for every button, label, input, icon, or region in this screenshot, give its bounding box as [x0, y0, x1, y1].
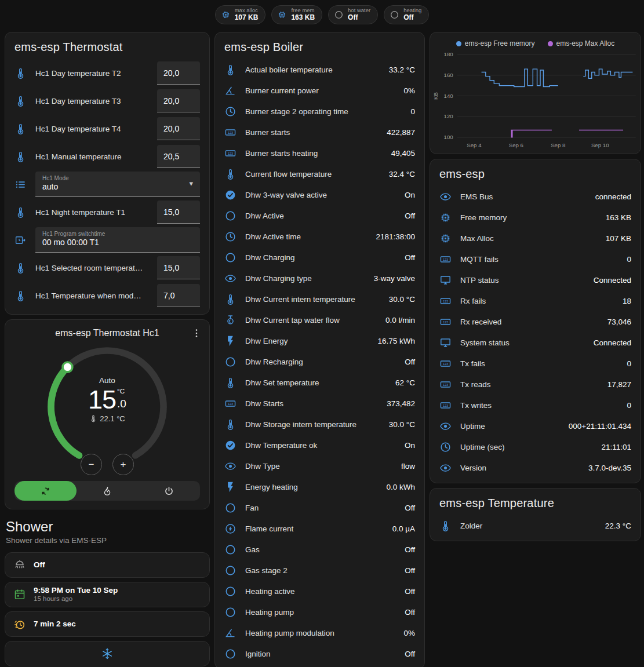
entity-row[interactable]: Flame current 0.0 µA: [215, 518, 424, 539]
entity-row[interactable]: 123 MQTT fails 0: [430, 249, 641, 269]
number-input[interactable]: 20,5: [157, 145, 200, 168]
chip-value: Off: [403, 14, 421, 21]
hvac-mode-button[interactable]: [14, 481, 77, 501]
entity-name: Fan: [245, 504, 399, 512]
entity-row[interactable]: 123 Tx writes 0: [430, 395, 641, 415]
thermostat-settings-card: ems-esp Thermostat Hc1 Day temperature T…: [5, 32, 210, 315]
entity-row[interactable]: Gas Off: [215, 539, 424, 560]
legend-item[interactable]: ems-esp Free memory: [456, 39, 535, 48]
number-input[interactable]: 20,0: [157, 117, 200, 140]
entity-row[interactable]: Dhw 3-way valve active On: [215, 184, 424, 205]
entity-row[interactable]: 123 Burner starts 422,887: [215, 122, 424, 143]
entity-row[interactable]: Hc1 Selected room temperat… 15,0: [5, 254, 209, 282]
entity-row[interactable]: 123 Rx received 73,046: [430, 311, 641, 332]
entity-row[interactable]: Dhw Charging type 3-way valve: [215, 268, 424, 289]
entity-row[interactable]: Burner current power 0%: [215, 80, 424, 101]
entity-row[interactable]: Hc1 Day temperature T4 20,0: [5, 115, 209, 143]
entity-row[interactable]: Dhw Storage intern temperature 30.0 °C: [215, 414, 424, 435]
number-input[interactable]: 20,0: [157, 61, 200, 85]
hvac-mode-button[interactable]: [77, 481, 139, 501]
entity-name: Dhw Energy: [245, 337, 372, 345]
number-input[interactable]: 7,0: [157, 284, 200, 307]
entity-row[interactable]: Heating pump modulation 0%: [215, 622, 424, 643]
svg-text:123: 123: [443, 258, 448, 261]
entity-row[interactable]: Free memory 163 KB: [430, 207, 641, 228]
number-input[interactable]: 15,0: [157, 256, 200, 279]
entity-row[interactable]: Dhw Recharging Off: [215, 351, 424, 372]
entity-row[interactable]: Uptime (sec) 21:11:01: [430, 436, 641, 457]
entity-row[interactable]: Hc1 Temperature when mod… 7,0: [5, 282, 209, 309]
entity-row[interactable]: Gas stage 2 Off: [215, 560, 424, 581]
number-value: 20,0: [163, 96, 179, 105]
circle-icon: [224, 210, 237, 222]
entity-row[interactable]: EMS Bus connected: [430, 186, 641, 207]
program-switchtime-field[interactable]: Hc1 Program switchtime 00 mo 00:00 T1: [35, 227, 200, 253]
thermometer-icon: [224, 64, 237, 76]
entity-row[interactable]: System status Connected: [430, 332, 641, 353]
temp-stepper: − +: [40, 454, 174, 475]
cold-water-card[interactable]: [5, 641, 210, 666]
number-value: 15,0: [163, 263, 179, 272]
entity-row[interactable]: Current flow temperature 32.4 °C: [215, 163, 424, 184]
entity-row[interactable]: NTP status Connected: [430, 269, 641, 290]
entity-row[interactable]: Uptime 000+21:11:01.434: [430, 415, 641, 436]
number-input[interactable]: 15,0: [157, 201, 200, 224]
thermostat-dial[interactable]: Auto 15 °C .0 22.1 °C − +: [40, 340, 174, 474]
entity-row[interactable]: Zolder 22.3 °C: [430, 515, 641, 536]
entity-row[interactable]: Hc1 Day temperature T2 20,0: [5, 59, 209, 87]
entity-row[interactable]: Dhw Active Off: [215, 205, 424, 226]
current-temperature: 22.1 °C: [89, 414, 125, 423]
entity-row[interactable]: 123 Dhw Starts 373,482: [215, 393, 424, 414]
entity-row[interactable]: Burner stage 2 operating time 0: [215, 101, 424, 122]
entity-name: Dhw Type: [245, 462, 395, 471]
entity-row[interactable]: Dhw Current intern temperature 30.0 °C: [215, 289, 424, 309]
entity-row[interactable]: 123 Tx fails 0: [430, 353, 641, 374]
number-value: 20,0: [163, 124, 179, 133]
mode-select[interactable]: Hc1 Mode auto ▾: [35, 172, 200, 197]
entity-row[interactable]: 123 Burner starts heating 49,405: [215, 143, 424, 163]
entity-row[interactable]: Heating pump Off: [215, 602, 424, 622]
shower-status-card[interactable]: 7 min 2 sec: [5, 611, 210, 637]
number-input[interactable]: 20,0: [157, 89, 200, 112]
status-text: Off: [34, 560, 45, 570]
shower-status-card[interactable]: Off: [5, 552, 210, 578]
svg-text:123: 123: [443, 404, 448, 407]
entity-row[interactable]: Energy heating 0.0 kWh: [215, 476, 424, 497]
field-label: Hc1 Program switchtime: [42, 231, 193, 237]
entity-row[interactable]: 123 Rx fails 18: [430, 290, 641, 311]
entity-row[interactable]: Hc1 Day temperature T3 20,0: [5, 87, 209, 115]
entity-row[interactable]: Ignition Off: [215, 643, 424, 664]
counter-icon: 123: [439, 378, 452, 391]
dots-vertical-icon[interactable]: [191, 327, 202, 339]
entity-row[interactable]: Dhw Type flow: [215, 455, 424, 476]
entity-row[interactable]: Dhw Current tap water flow 0.0 l/min: [215, 309, 424, 330]
entity-row[interactable]: Dhw Temperature ok On: [215, 435, 424, 455]
header-chip[interactable]: heating Off: [384, 5, 429, 24]
entity-row[interactable]: Max Alloc 107 KB: [430, 228, 641, 249]
entity-row[interactable]: Hc1 Manual temperature 20,5: [5, 143, 209, 170]
entity-row[interactable]: Dhw Energy 16.75 kWh: [215, 330, 424, 351]
header-chip[interactable]: free mem 163 KB: [271, 5, 322, 24]
number-value: 15,0: [163, 207, 179, 217]
entity-row[interactable]: Version 3.7.0-dev.35: [430, 457, 641, 478]
card-title: ems-esp Thermostat: [5, 32, 209, 59]
entity-row[interactable]: Heating active Off: [215, 581, 424, 602]
legend-item[interactable]: ems-esp Max Alloc: [548, 39, 615, 48]
entity-row[interactable]: Dhw Active time 2181:38:00: [215, 226, 424, 247]
entity-row[interactable]: Actual boiler temperature 33.2 °C: [215, 59, 424, 80]
hvac-mode-button[interactable]: [138, 481, 200, 501]
decrease-temp-button[interactable]: −: [81, 454, 102, 475]
entity-row[interactable]: Fan Off: [215, 497, 424, 518]
system-card: ems-esp EMS Bus connected Free memory 16…: [430, 159, 641, 483]
increase-temp-button[interactable]: +: [112, 454, 134, 475]
header-chip[interactable]: max alloc 107 KB: [215, 5, 266, 24]
entity-row[interactable]: Dhw Set temperature 62 °C: [215, 372, 424, 393]
entity-row[interactable]: Dhw Charging Off: [215, 247, 424, 268]
header-chip[interactable]: hot water Off: [328, 5, 378, 24]
chip-text: hot water Off: [348, 8, 370, 21]
shower-subtitle: Shower details via EMS-ESP: [6, 536, 209, 545]
entity-value: 30.0 °C: [389, 295, 415, 304]
entity-row[interactable]: Hc1 Night temperature T1 15,0: [5, 198, 209, 226]
entity-row[interactable]: 123 Tx reads 17,827: [430, 374, 641, 395]
shower-status-card[interactable]: 9:58 PM on Tue 10 Sep 15 hours ago: [5, 582, 210, 607]
